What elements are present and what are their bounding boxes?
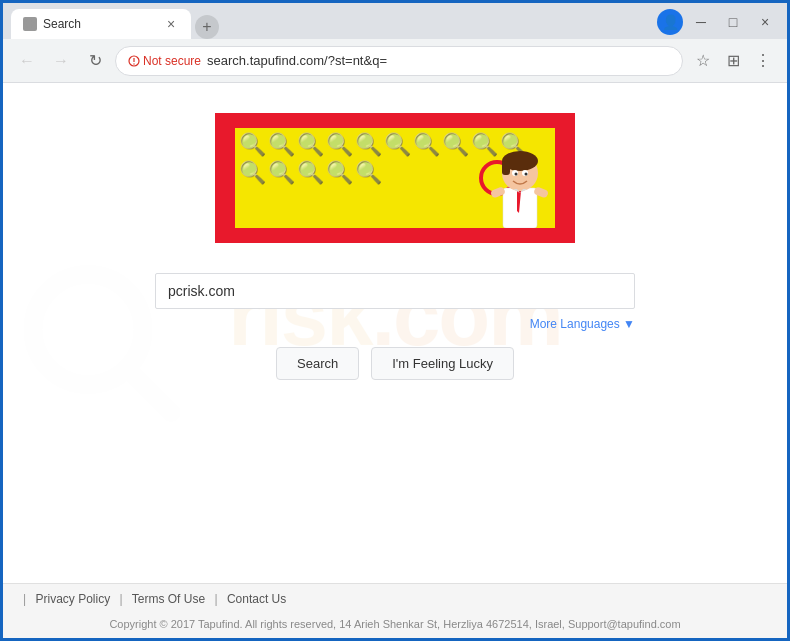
banner-character — [475, 133, 545, 228]
footer-links: | Privacy Policy | Terms Of Use | Contac… — [3, 584, 787, 614]
security-label: Not secure — [143, 54, 201, 68]
chrome-window: Search × + 👤 ─ □ × ← → ↻ — [3, 3, 787, 638]
more-languages-text: More Languages — [530, 317, 620, 331]
svg-point-5 — [33, 274, 143, 384]
more-languages-arrow: ▼ — [623, 317, 635, 331]
tab-title: Search — [43, 17, 157, 31]
pattern-mag-4: 🔍 — [326, 132, 353, 158]
pipe-2: | — [120, 592, 123, 606]
pipe-3: | — [214, 592, 217, 606]
contact-us-link[interactable]: Contact Us — [227, 592, 286, 606]
window-controls: 👤 ─ □ × — [657, 9, 779, 39]
pattern-mag-13: 🔍 — [297, 160, 324, 186]
reload-button[interactable]: ↻ — [81, 47, 109, 75]
svg-point-0 — [25, 19, 33, 27]
maximize-button[interactable]: □ — [719, 12, 747, 32]
back-button[interactable]: ← — [13, 47, 41, 75]
search-button[interactable]: Search — [276, 347, 359, 380]
svg-rect-13 — [502, 161, 510, 175]
forward-button[interactable]: → — [47, 47, 75, 75]
tab-bar: Search × + 👤 ─ □ × — [3, 3, 787, 39]
terms-of-use-link[interactable]: Terms Of Use — [132, 592, 205, 606]
search-section: More Languages ▼ Search I'm Feeling Luck… — [155, 273, 635, 380]
chrome-frame: Search × + 👤 ─ □ × ← → ↻ — [0, 0, 790, 641]
extensions-button[interactable]: ⊞ — [719, 47, 747, 75]
browser-toolbar: ← → ↻ Not secure search.tapufind.com/?st… — [3, 39, 787, 83]
back-icon: ← — [19, 52, 35, 70]
banner: 🔍 🔍 🔍 🔍 🔍 🔍 🔍 🔍 🔍 🔍 🔍 🔍 — [215, 113, 575, 243]
page-footer: | Privacy Policy | Terms Of Use | Contac… — [3, 583, 787, 638]
pattern-mag-6: 🔍 — [384, 132, 411, 158]
more-languages[interactable]: More Languages ▼ — [155, 317, 635, 331]
search-buttons: Search I'm Feeling Lucky — [155, 347, 635, 380]
pattern-mag-2: 🔍 — [268, 132, 295, 158]
bookmark-icon: ☆ — [696, 51, 710, 70]
character-svg — [475, 133, 550, 228]
minimize-button[interactable]: ─ — [687, 12, 715, 32]
toolbar-icons: ☆ ⊞ ⋮ — [689, 47, 777, 75]
close-window-button[interactable]: × — [751, 12, 779, 32]
pattern-mag-3: 🔍 — [297, 132, 324, 158]
address-url: search.tapufind.com/?st=nt&q= — [207, 53, 670, 68]
menu-button[interactable]: ⋮ — [749, 47, 777, 75]
svg-point-16 — [515, 173, 518, 176]
svg-point-17 — [525, 173, 528, 176]
pattern-mag-5: 🔍 — [355, 132, 382, 158]
search-input-wrapper — [155, 273, 635, 309]
extensions-icon: ⊞ — [727, 51, 740, 70]
svg-point-4 — [133, 63, 134, 64]
search-input[interactable] — [155, 273, 635, 309]
page-content: risk.com 🔍 🔍 🔍 🔍 🔍 🔍 🔍 — [3, 83, 787, 638]
menu-icon: ⋮ — [755, 51, 771, 70]
pattern-mag-14: 🔍 — [326, 160, 353, 186]
bookmark-button[interactable]: ☆ — [689, 47, 717, 75]
reload-icon: ↻ — [89, 51, 102, 70]
privacy-policy-link[interactable]: Privacy Policy — [35, 592, 110, 606]
pattern-mag-12: 🔍 — [268, 160, 295, 186]
pattern-mag-15: 🔍 — [355, 160, 382, 186]
lucky-button[interactable]: I'm Feeling Lucky — [371, 347, 514, 380]
profile-button[interactable]: 👤 — [657, 9, 683, 35]
banner-container: 🔍 🔍 🔍 🔍 🔍 🔍 🔍 🔍 🔍 🔍 🔍 🔍 — [215, 113, 575, 243]
forward-icon: → — [53, 52, 69, 70]
footer-copyright: Copyright © 2017 Tapufind. All rights re… — [3, 614, 787, 638]
pattern-mag-11: 🔍 — [239, 160, 266, 186]
pattern-mag-1: 🔍 — [239, 132, 266, 158]
active-tab[interactable]: Search × — [11, 9, 191, 39]
profile-icon: 👤 — [662, 14, 679, 30]
pattern-mag-8: 🔍 — [442, 132, 469, 158]
pattern-mag-7: 🔍 — [413, 132, 440, 158]
tab-close-button[interactable]: × — [163, 16, 179, 32]
pipe-1: | — [23, 592, 26, 606]
tab-favicon — [23, 17, 37, 31]
new-tab-button[interactable]: + — [195, 15, 219, 39]
banner-inner: 🔍 🔍 🔍 🔍 🔍 🔍 🔍 🔍 🔍 🔍 🔍 🔍 — [235, 128, 555, 228]
svg-line-1 — [32, 26, 35, 29]
security-icon — [128, 55, 140, 67]
address-bar[interactable]: Not secure search.tapufind.com/?st=nt&q= — [115, 46, 683, 76]
security-indicator: Not secure — [128, 54, 201, 68]
